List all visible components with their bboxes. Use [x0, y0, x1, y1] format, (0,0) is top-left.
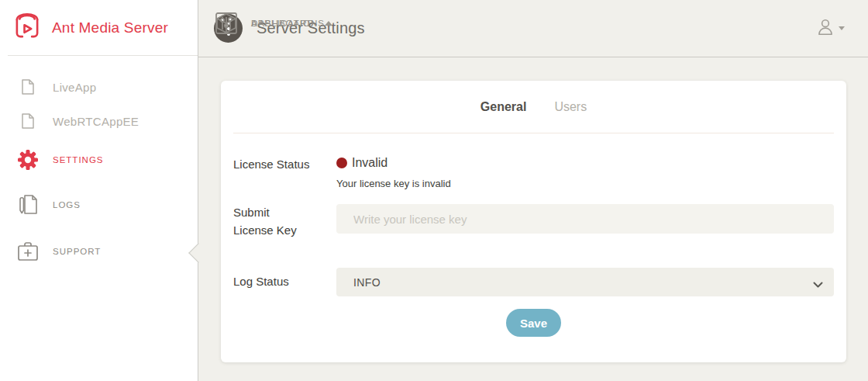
sidebar-item-label: SETTINGS [53, 155, 104, 165]
log-status-select[interactable]: INFO [336, 268, 834, 296]
sidebar-item-label: WebRTCAppEE [53, 115, 139, 128]
log-status-selected-value: INFO [353, 276, 381, 289]
sidebar-item-support[interactable]: SUPPORT [0, 228, 198, 275]
sidebar-item-label: LiveApp [53, 81, 96, 94]
log-status-label: Log Status [233, 273, 289, 291]
submit-license-label: Submit License Key [233, 204, 300, 239]
tab-users[interactable]: Users [554, 100, 587, 114]
log-status-row: Log Status INFO [233, 268, 834, 296]
file-icon [22, 113, 34, 129]
sidebar-item-liveapp[interactable]: LiveApp [0, 70, 198, 104]
sidebar-item-label: SUPPORT [53, 247, 101, 256]
license-status-value: Invalid [352, 156, 388, 170]
sidebar-item-applications[interactable]: APPLICATIONS [198, 0, 215, 47]
user-menu-button[interactable] [815, 17, 845, 40]
license-status-label: License Status [233, 156, 309, 174]
applications-icon [215, 12, 237, 34]
main-area: Server Settings General Users License St… [198, 0, 868, 381]
license-status-row: License Status Invalid Your license key … [233, 156, 834, 189]
tab-general[interactable]: General [480, 100, 527, 114]
brand-logo[interactable]: Ant Media Server [0, 0, 198, 55]
license-status-description: Your license key is invalid [336, 178, 834, 189]
sidebar-nav: DASHBOARD APPLICATIONS LiveApp [0, 56, 198, 275]
settings-tabs: General Users [221, 81, 846, 133]
save-button[interactable]: Save [506, 309, 561, 337]
sidebar-item-logs[interactable]: LOGS [0, 182, 198, 228]
sidebar-item-webrtcappee[interactable]: WebRTCAppEE [0, 104, 198, 138]
support-icon [17, 242, 39, 261]
submit-license-row: Submit License Key [233, 204, 834, 239]
sidebar: Ant Media Server DASHBOARD [0, 0, 198, 381]
brand-name: Ant Media Server [52, 19, 168, 36]
general-settings-form: License Status Invalid Your license key … [221, 133, 846, 337]
sidebar-item-settings[interactable]: SETTINGS [0, 138, 198, 182]
logs-icon [17, 195, 39, 215]
ant-media-logo-icon [11, 9, 43, 47]
sidebar-item-label: APPLICATIONS [251, 19, 325, 28]
server-settings-card: General Users License Status Invalid You… [221, 81, 846, 362]
save-row: Save [233, 309, 834, 337]
gear-icon [17, 148, 39, 171]
status-invalid-dot-icon [336, 158, 347, 168]
sidebar-item-label: LOGS [53, 200, 81, 210]
collapse-caret-icon[interactable] [325, 21, 332, 26]
user-menu-caret-icon [839, 26, 845, 30]
file-icon [22, 79, 34, 95]
license-key-input[interactable] [336, 204, 834, 234]
top-bar: Server Settings [198, 0, 868, 57]
user-icon [815, 17, 835, 40]
